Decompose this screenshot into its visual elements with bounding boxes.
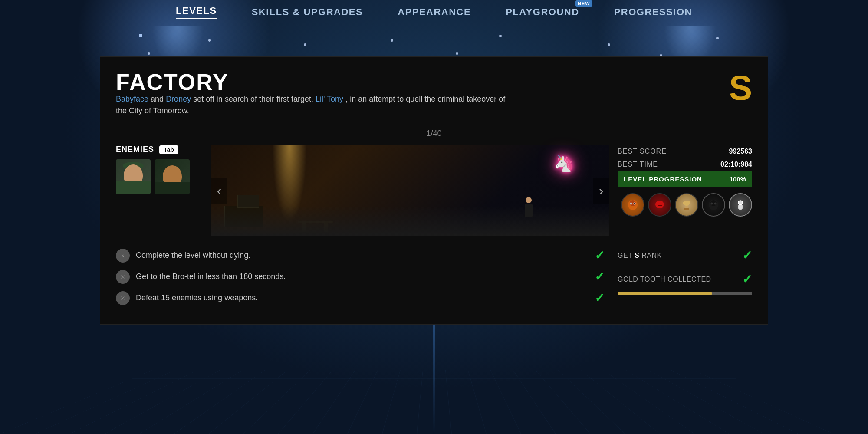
pagination: 1/40 (116, 129, 752, 138)
objective-text-3: Defeat 15 enemies using weapons. (136, 293, 589, 302)
objectives-section: ⚔ Complete the level without dying. ✓ ⚔ … (116, 245, 752, 309)
tab-key: Tab (159, 145, 178, 154)
collectibles-row (618, 193, 752, 217)
enemies-section: ENEMIES Tab (116, 145, 203, 194)
svg-rect-10 (684, 208, 689, 210)
level-image-viewer: 🦄 ‹ › (211, 145, 609, 236)
objective-text-1: Complete the level without dying. (136, 251, 589, 260)
desc-link-liltony: Lil' Tony (316, 95, 343, 103)
svg-rect-16 (739, 205, 742, 209)
enemies-header: ENEMIES Tab (116, 145, 203, 154)
collectible-figure (729, 193, 752, 217)
stats-section: BEST SCORE 992563 BEST TIME 02:10:984 LE… (618, 145, 752, 221)
level-title: FACTORY (116, 71, 506, 93)
svg-point-4 (631, 203, 632, 204)
obj-icon-1: ⚔ (116, 249, 130, 263)
content-row: ENEMIES Tab 🦄 (116, 145, 752, 236)
nav-item-levels[interactable]: LEVELS (176, 5, 217, 19)
objectives-right: GET S RANK ✓ GOLD TOOTH COLLECTED ✓ (618, 245, 752, 309)
gold-tooth-section: GOLD TOOTH COLLECTED ✓ (618, 269, 752, 295)
neon-sign: 🦄 (554, 154, 574, 173)
best-time-row: BEST TIME 02:10:984 (618, 158, 752, 171)
svg-text:⚔: ⚔ (121, 296, 125, 301)
enemy-avatars (116, 159, 203, 194)
objective-row-2: ⚔ Get to the Bro-tel in less than 180 se… (116, 266, 605, 287)
panel-header: FACTORY Babyface and Droney set off in s… (116, 71, 752, 125)
objectives-left: ⚔ Complete the level without dying. ✓ ⚔ … (116, 245, 605, 309)
objective-row-1: ⚔ Complete the level without dying. ✓ (116, 245, 605, 266)
svg-text:⚔: ⚔ (121, 253, 125, 258)
desc-link-droney: Droney (166, 95, 191, 103)
level-progression-bar: LEVEL PROGRESSION 100% (618, 171, 752, 187)
best-score-row: BEST SCORE 992563 (618, 145, 752, 158)
best-time-value: 02:10:984 (720, 161, 752, 168)
nav-bar: LEVELS SKILLS & UPGRADES APPEARANCE PLAY… (0, 0, 868, 24)
gold-tooth-bar (618, 292, 752, 295)
gold-tooth-bar-fill (618, 292, 712, 295)
get-rank-label: GET S RANK (618, 252, 662, 260)
objective-text-2: Get to the Bro-tel in less than 180 seco… (136, 272, 589, 281)
nav-item-playground[interactable]: PLAYGROUND NEW (506, 7, 579, 18)
objective-check-1: ✓ (595, 248, 605, 263)
gold-tooth-label: GOLD TOOTH COLLECTED (618, 276, 711, 283)
get-rank-check: ✓ (742, 248, 752, 263)
collectible-helmet (648, 193, 671, 217)
scene-floor (211, 206, 609, 236)
gold-tooth-check: ✓ (742, 272, 752, 286)
gold-tooth-row: GOLD TOOTH COLLECTED ✓ (618, 269, 752, 290)
svg-point-13 (711, 203, 713, 205)
best-score-label: BEST SCORE (618, 148, 667, 155)
svg-rect-8 (658, 205, 662, 206)
objective-row-3: ⚔ Defeat 15 enemies using weapons. ✓ (116, 287, 605, 309)
nav-item-appearance[interactable]: APPEARANCE (398, 7, 471, 18)
image-next-arrow[interactable]: › (593, 178, 609, 204)
main-panel: FACTORY Babyface and Droney set off in s… (100, 56, 768, 325)
figure-head (526, 197, 532, 203)
svg-point-5 (634, 203, 635, 204)
best-time-label: BEST TIME (618, 161, 658, 168)
objective-check-3: ✓ (595, 291, 605, 305)
desc-link-babyface: Babyface (116, 95, 148, 103)
image-prev-arrow[interactable]: ‹ (211, 178, 227, 204)
objective-check-2: ✓ (595, 270, 605, 284)
svg-point-15 (738, 201, 743, 205)
collectible-trophy (675, 193, 698, 217)
svg-rect-7 (657, 206, 663, 208)
enemy-avatar-1 (116, 159, 151, 194)
collectible-mask (621, 193, 644, 217)
obj-icon-2: ⚔ (116, 270, 130, 284)
rank-badge: S (729, 71, 752, 105)
progression-label: LEVEL PROGRESSION (624, 175, 702, 183)
obj-icon-3: ⚔ (116, 291, 130, 305)
progression-pct: 100% (730, 175, 746, 183)
nav-item-skills[interactable]: SKILLS & UPGRADES (252, 7, 363, 18)
best-score-value: 992563 (729, 148, 752, 155)
nav-item-progression[interactable]: PROGRESSION (614, 7, 692, 18)
enemies-label: ENEMIES (116, 145, 154, 154)
level-description: Babyface and Droney set off in search of… (116, 93, 506, 117)
svg-point-14 (714, 203, 717, 205)
enemy-avatar-2 (155, 159, 190, 194)
collectible-dark-mask (702, 193, 725, 217)
svg-text:⚔: ⚔ (121, 274, 125, 279)
get-rank-row: GET S RANK ✓ (618, 245, 752, 266)
new-badge: NEW (575, 0, 592, 7)
